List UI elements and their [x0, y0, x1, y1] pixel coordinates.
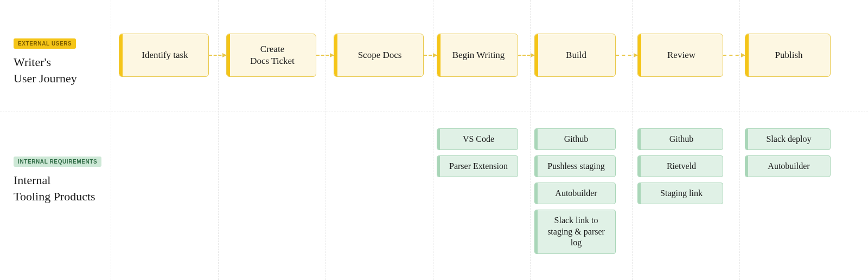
- grid-column-line: [111, 0, 111, 280]
- tool-label: Staging link: [638, 183, 723, 204]
- tool-label: Slack deploy: [745, 129, 830, 149]
- tool-card: Staging link: [637, 183, 723, 204]
- row-header-top: EXTERNAL USERS Writer'sUser Journey: [14, 38, 106, 86]
- stage-label: Build: [535, 34, 615, 76]
- tool-label: Rietveld: [638, 156, 723, 177]
- stage-identify-task: Identify task: [119, 34, 209, 77]
- tool-label: VS Code: [437, 129, 518, 149]
- tool-card: Pushless staging: [534, 155, 616, 177]
- arrow-icon: [723, 55, 745, 56]
- badge-internal-requirements: INTERNAL REQUIREMENTS: [14, 157, 101, 167]
- grid-column-line: [326, 0, 326, 280]
- tool-label: Autobuilder: [535, 183, 615, 204]
- badge-external-users: EXTERNAL USERS: [14, 38, 76, 49]
- stage-label: CreateDocs Ticket: [227, 34, 316, 76]
- arrow-icon: [518, 55, 534, 56]
- stage-scope-docs: Scope Docs: [334, 34, 424, 77]
- arrow-icon: [316, 55, 334, 56]
- arrow-icon: [209, 55, 226, 56]
- grid-column-line: [530, 0, 531, 280]
- stage-begin-writing: Begin Writing: [437, 34, 518, 77]
- stage-label: Begin Writing: [437, 34, 518, 76]
- row-title-bottom: InternalTooling Products: [14, 172, 106, 204]
- stage-label: Review: [638, 34, 723, 76]
- tool-card: Rietveld: [637, 155, 723, 177]
- grid-column-line: [433, 0, 433, 280]
- stage-review: Review: [637, 34, 723, 77]
- tool-label: Slack link to staging & parser log: [535, 210, 615, 253]
- tool-card: Parser Extension: [437, 155, 518, 177]
- tool-label: Parser Extension: [437, 156, 518, 177]
- tool-card: Slack link to staging & parser log: [534, 210, 616, 254]
- tool-card: Github: [637, 128, 723, 150]
- grid-row-separator: [0, 112, 868, 112]
- tool-card: Github: [534, 128, 616, 150]
- tool-label: Github: [638, 129, 723, 149]
- stage-publish: Publish: [745, 34, 831, 77]
- stage-create-docs-ticket: CreateDocs Ticket: [226, 34, 316, 77]
- tool-card: VS Code: [437, 128, 518, 150]
- tool-card: Autobuilder: [745, 155, 831, 177]
- tool-label: Pushless staging: [535, 156, 615, 177]
- tool-label: Autobuilder: [745, 156, 830, 177]
- arrow-icon: [424, 55, 437, 56]
- stage-label: Publish: [745, 34, 830, 76]
- arrow-icon: [616, 55, 637, 56]
- grid-column-line: [739, 0, 740, 280]
- tool-label: Github: [535, 129, 615, 149]
- row-title-top: Writer'sUser Journey: [14, 54, 106, 86]
- stage-label: Identify task: [119, 34, 208, 76]
- stage-label: Scope Docs: [334, 34, 423, 76]
- tool-card: Slack deploy: [745, 128, 831, 150]
- row-header-bottom: INTERNAL REQUIREMENTS InternalTooling Pr…: [14, 156, 106, 204]
- stage-build: Build: [534, 34, 616, 77]
- grid-column-line: [632, 0, 633, 280]
- grid-column-line: [218, 0, 219, 280]
- tool-card: Autobuilder: [534, 183, 616, 204]
